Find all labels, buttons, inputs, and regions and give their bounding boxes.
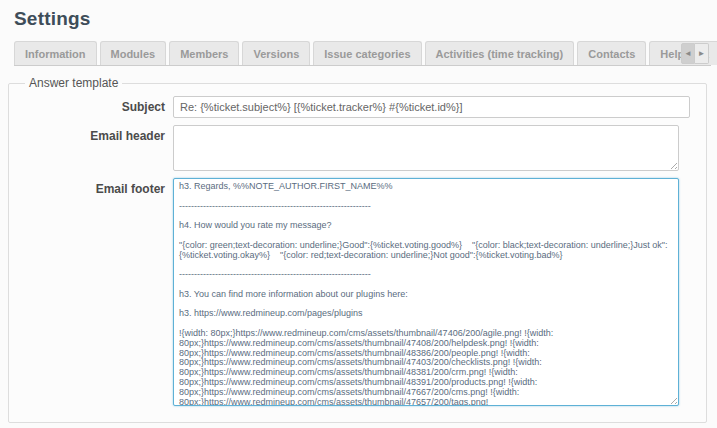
email-header-row: Email header	[19, 125, 696, 171]
email-footer-wrap: h3. Regards, %%NOTE_AUTHOR.FIRST_NAME%% …	[173, 178, 679, 406]
email-header-wrap	[173, 125, 679, 171]
tab-information[interactable]: Information	[14, 41, 97, 65]
email-footer-row: Email footer h3. Regards, %%NOTE_AUTHOR.…	[19, 178, 696, 406]
tabs-list: Information Modules Members Versions Iss…	[14, 40, 717, 65]
email-header-label: Email header	[19, 125, 165, 143]
email-header-textarea[interactable]	[173, 125, 679, 171]
subject-input[interactable]	[173, 96, 690, 118]
chevron-right-icon: ►	[698, 49, 706, 58]
tab-issue-categories[interactable]: Issue categories	[313, 41, 421, 65]
page-title: Settings	[14, 8, 711, 30]
tab-contacts[interactable]: Contacts	[577, 41, 646, 65]
answer-template-fieldset: Answer template Subject Email header Ema…	[8, 76, 707, 423]
settings-page: Settings Information Modules Members Ver…	[0, 0, 717, 428]
subject-label: Subject	[19, 96, 165, 114]
tab-versions[interactable]: Versions	[242, 41, 310, 65]
chevron-left-icon: ◄	[684, 49, 692, 58]
answer-template-legend: Answer template	[25, 76, 122, 90]
tab-scroll-right-button[interactable]: ►	[695, 43, 709, 64]
email-footer-label: Email footer	[19, 178, 165, 196]
tab-scroll-buttons: ◄ ►	[681, 43, 709, 64]
tabs-bar: Information Modules Members Versions Iss…	[14, 41, 711, 66]
email-footer-textarea[interactable]: h3. Regards, %%NOTE_AUTHOR.FIRST_NAME%% …	[173, 178, 679, 406]
tab-activities-time-tracking[interactable]: Activities (time tracking)	[425, 41, 575, 65]
tab-scroll-left-button[interactable]: ◄	[681, 43, 695, 64]
tab-members[interactable]: Members	[169, 41, 239, 65]
subject-row: Subject	[19, 96, 696, 118]
tab-modules[interactable]: Modules	[100, 41, 167, 65]
